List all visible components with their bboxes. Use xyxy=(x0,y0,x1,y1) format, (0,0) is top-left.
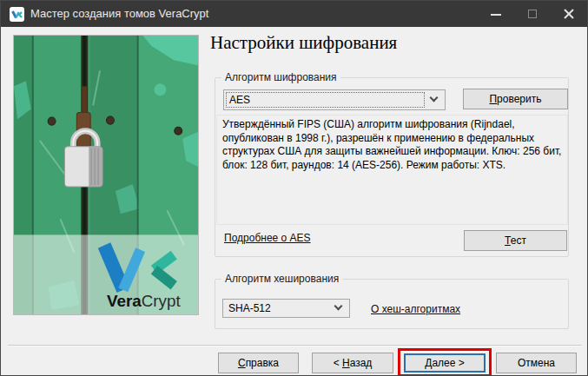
svg-text:VeraCrypt: VeraCrypt xyxy=(107,292,181,310)
hash-group-label: Алгоритм хеширования xyxy=(221,273,342,285)
maximize-icon xyxy=(528,10,537,18)
hash-algorithm-value: SHA-512 xyxy=(228,300,271,317)
close-button[interactable] xyxy=(551,1,587,27)
veracrypt-app-icon xyxy=(10,7,24,22)
focus-rectangle xyxy=(226,92,425,108)
verify-button[interactable]: Проверить xyxy=(463,89,568,109)
brand-vera: Vera xyxy=(107,292,142,310)
chevron-down-icon xyxy=(334,302,343,311)
brand-crypt: Crypt xyxy=(142,292,182,310)
chevron-down-icon xyxy=(430,94,439,102)
test-button-label: Тест xyxy=(505,234,526,247)
veracrypt-wizard-window: Мастер создания томов VeraCrypt xyxy=(0,0,588,376)
encryption-group-label: Алгоритм шифрования xyxy=(221,71,340,83)
cancel-button[interactable]: Отмена xyxy=(496,353,577,373)
help-button-label: Справка xyxy=(238,357,279,369)
wizard-banner-image: VeraCrypt xyxy=(13,35,199,315)
next-button-label: Далее > xyxy=(425,357,465,369)
back-button-label: < Назад xyxy=(334,357,373,369)
algorithm-description: Утверждённый FIPS (США) алгоритм шифрова… xyxy=(216,115,568,225)
hash-algorithm-select[interactable]: SHA-512 xyxy=(222,299,350,318)
hash-info-link[interactable]: О хеш-алгоритмах xyxy=(371,303,460,315)
more-about-aes-link[interactable]: Подробнее о AES xyxy=(224,232,311,244)
cancel-button-label: Отмена xyxy=(518,357,555,369)
next-button[interactable]: Далее > xyxy=(404,353,486,373)
window-title: Мастер создания томов VeraCrypt xyxy=(30,1,208,27)
encryption-algorithm-select[interactable]: AES xyxy=(223,89,446,110)
hash-algorithm-group: Алгоритм хеширования SHA-512 О хеш-алгор… xyxy=(215,279,569,329)
title-bar[interactable]: Мастер создания томов VeraCrypt xyxy=(1,1,587,27)
encryption-algorithm-group: Алгоритм шифрования AES Проверить Утверж… xyxy=(215,77,569,257)
test-button[interactable]: Тест xyxy=(464,230,567,251)
verify-button-label: Проверить xyxy=(489,93,541,105)
page-title: Настройки шифрования xyxy=(210,32,397,54)
maximize-button xyxy=(514,1,551,27)
close-icon xyxy=(563,8,575,20)
back-button[interactable]: < Назад xyxy=(312,353,393,373)
minimize-button[interactable] xyxy=(478,1,514,27)
help-button[interactable]: Справка xyxy=(218,353,299,373)
minimize-icon xyxy=(491,14,501,16)
footer-divider xyxy=(8,345,582,346)
